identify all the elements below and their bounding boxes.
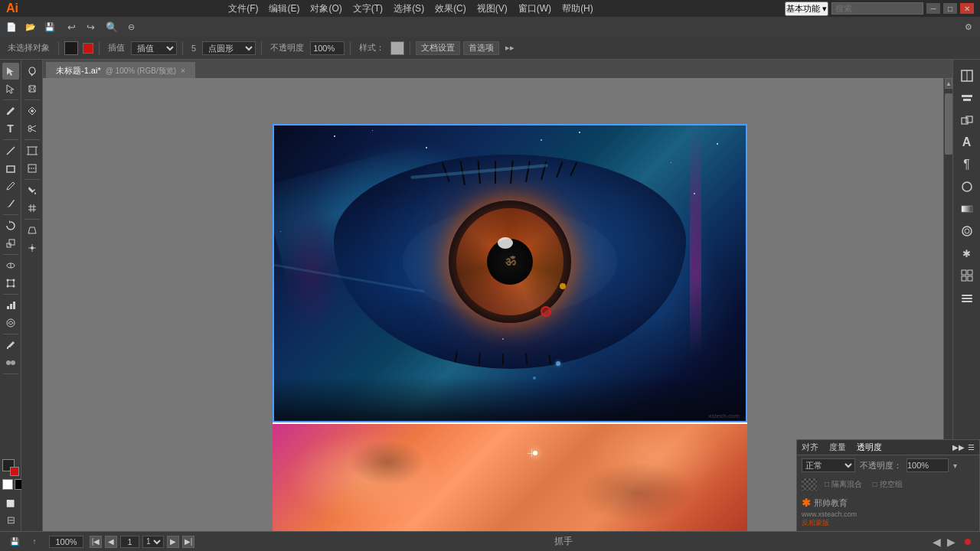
tool-free-transform[interactable] [2,275,19,292]
zoom-control[interactable] [49,536,83,548]
tool2-perspective2[interactable] [24,240,41,256]
tp-opacity-dropdown[interactable]: ▾ [953,461,957,470]
close-button[interactable]: ✕ [960,3,974,14]
menu-text[interactable]: 文字(T) [348,1,387,17]
nav-next-btn[interactable]: ▶ [167,536,179,548]
menu-file[interactable]: 文件(F) [224,1,263,17]
more-options[interactable]: ▸▸ [502,43,518,53]
right-icon-gradient[interactable] [957,199,977,219]
screen-mode-toggle[interactable]: ⊟ [2,511,19,528]
tool-blend[interactable] [2,354,19,371]
nav-last-btn[interactable]: ▶| [182,536,194,548]
style-swatch[interactable] [390,41,404,55]
tool-warp[interactable] [2,257,19,274]
tools-panel-2 [21,60,43,551]
tp-opacity-tab[interactable]: 透明度 [857,442,882,453]
right-icon-stroke[interactable] [957,177,977,197]
right-icon-symbols[interactable] [957,266,977,285]
draw-mode-normal[interactable]: ⬜ [2,497,18,510]
menu-window[interactable]: 窗口(W) [514,1,556,17]
tool-symbol[interactable] [2,315,19,331]
tool-rect[interactable] [2,160,19,177]
status-icon-save[interactable]: 💾 [6,533,23,550]
icon-zoom-out[interactable]: ⊖ [122,18,139,35]
tool2-artboard[interactable] [24,142,41,159]
scroll-up-btn[interactable]: ▲ [945,78,952,89]
shape-select[interactable]: 点圆形 [202,41,256,55]
status-arrow-left[interactable]: ◀ [933,536,941,548]
icon-undo[interactable]: ↩ [63,18,80,35]
nav-prev-btn[interactable]: ◀ [105,536,117,548]
tool-pencil[interactable] [2,195,19,212]
menu-view[interactable]: 视图(V) [472,1,512,17]
zoom-input[interactable] [49,536,83,548]
tool2-paintbucket[interactable] [24,182,41,199]
maximize-button[interactable]: □ [943,3,957,14]
white-swatch[interactable] [2,479,13,490]
scroll-thumb[interactable] [945,93,952,155]
status-arrow-right[interactable]: ▶ [947,536,956,548]
tool-type[interactable]: T [2,120,19,137]
tool2-lasso[interactable] [24,63,41,80]
icon-redo[interactable]: ↪ [82,18,99,35]
menu-object[interactable]: 对象(O) [305,1,346,17]
right-icon-transform[interactable] [957,66,977,86]
icon-new[interactable]: 📄 [3,18,20,35]
menu-bar[interactable]: 文件(F) 编辑(E) 对象(O) 文字(T) 选择(S) 效果(C) 视图(V… [224,1,598,17]
right-icon-pathfinder[interactable] [957,110,977,130]
tool-pen[interactable] [2,103,19,119]
tool-rotate[interactable] [2,217,19,234]
tool-select[interactable] [2,63,19,80]
stroke-swatch-main[interactable] [10,467,19,476]
opacity-input[interactable] [310,41,345,55]
tab-close-button[interactable]: × [181,67,185,75]
tool2-transform[interactable] [24,80,41,97]
page-select[interactable]: 1 [142,536,164,548]
minimize-button[interactable]: ─ [926,3,940,14]
icon-open[interactable]: 📂 [22,18,39,35]
tool-line[interactable] [2,142,19,159]
doc-settings-button[interactable]: 文档设置 [416,41,460,55]
tp-opacity-value[interactable] [906,458,949,472]
icon-settings[interactable]: ⚙ [960,18,977,35]
status-icon-share[interactable]: ↑ [26,533,43,550]
menu-select[interactable]: 选择(S) [389,1,429,17]
first-item-button[interactable]: 首选项 [463,41,499,55]
tool-chart[interactable] [2,297,19,314]
stroke-color-swatch[interactable] [83,43,93,54]
tp-knockout-label: □ 挖空组 [873,479,903,490]
tool2-add-anchor[interactable] [24,103,41,119]
tab-document[interactable]: 未标题-1.ai* @ 100% (RGB/预览) × [46,62,195,79]
svg-rect-11 [7,306,9,309]
tool-brush[interactable] [2,178,19,194]
tp-scale-tab[interactable]: 度量 [829,442,846,453]
right-icon-layers[interactable] [957,288,977,308]
tool2-scissors[interactable] [24,120,41,137]
right-icon-brushes[interactable]: ✱ [957,243,977,263]
tool-scale[interactable] [2,235,19,252]
nav-first-btn[interactable]: |◀ [90,536,102,548]
tool2-slice[interactable] [24,160,41,177]
right-icon-align[interactable] [957,88,977,108]
fill-color-swatch[interactable] [64,41,78,55]
menu-edit[interactable]: 编辑(E) [264,1,304,17]
menu-help[interactable]: 帮助(H) [557,1,598,17]
icon-zoom-in[interactable]: 🔍 [103,18,120,35]
tp-align-tab[interactable]: 对齐 [802,442,818,453]
page-input[interactable] [120,536,139,548]
tool-eyedropper[interactable] [2,337,19,354]
tool2-mesh[interactable] [24,200,41,217]
icon-save[interactable]: 💾 [41,18,58,35]
search-input[interactable] [831,2,923,15]
workspace-button[interactable]: 基本功能 ▾ [785,2,828,16]
tp-menu-btn[interactable]: ☰ [968,443,975,452]
menu-effect[interactable]: 效果(C) [430,1,471,17]
right-icon-paragraph[interactable]: ¶ [957,155,977,174]
fill-mode-select[interactable]: 插值 [131,41,177,55]
tool2-perspective[interactable] [24,222,41,239]
right-icon-character[interactable]: A [957,132,977,152]
tp-expand-btn[interactable]: ▶▶ [952,443,965,452]
right-icon-appearance[interactable] [957,221,977,241]
tool-direct-select[interactable] [2,80,19,97]
tp-blend-mode[interactable]: 正常 [802,458,855,472]
